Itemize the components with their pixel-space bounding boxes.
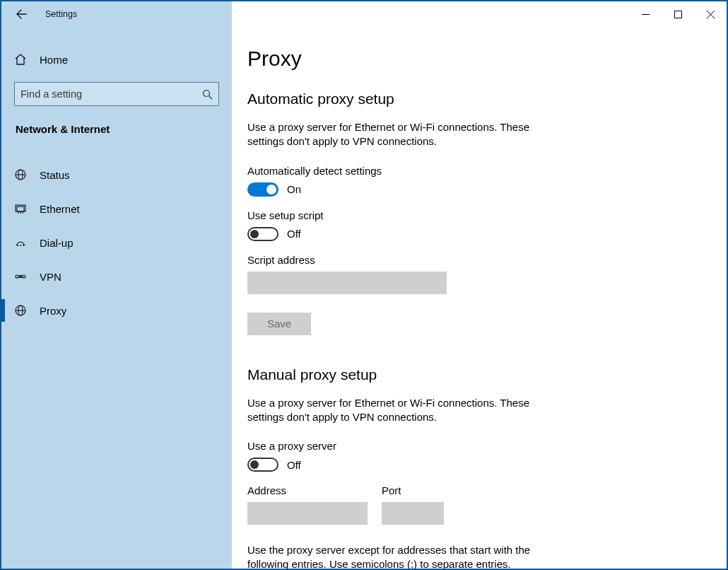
setup-script-state: Off — [287, 228, 301, 240]
manual-section-heading: Manual proxy setup — [247, 366, 711, 383]
dialup-icon — [14, 236, 33, 249]
page-title: Proxy — [247, 47, 711, 71]
globe-icon — [14, 304, 33, 317]
sidebar-item-ethernet[interactable]: Ethernet — [14, 192, 219, 226]
setup-script-toggle[interactable] — [247, 227, 278, 241]
back-button[interactable] — [16, 8, 33, 20]
window-controls — [232, 1, 727, 27]
minimize-icon — [642, 11, 650, 18]
svg-line-3 — [707, 11, 715, 18]
svg-rect-10 — [17, 207, 24, 211]
svg-point-14 — [17, 245, 18, 246]
address-label: Address — [247, 484, 368, 496]
svg-rect-1 — [674, 11, 681, 18]
home-label: Home — [40, 54, 68, 66]
minimize-button[interactable] — [629, 1, 662, 27]
sidebar-item-label: Status — [40, 169, 70, 181]
script-address-input[interactable] — [247, 272, 447, 294]
maximize-button[interactable] — [662, 1, 694, 27]
use-proxy-label: Use a proxy server — [247, 440, 711, 452]
search-input[interactable]: Find a setting — [14, 82, 219, 106]
sidebar-item-vpn[interactable]: VPN — [14, 260, 219, 293]
category-heading: Network & Internet — [16, 123, 219, 135]
use-proxy-toggle[interactable] — [247, 458, 278, 472]
body: Home Find a setting Network & Internet S… — [1, 27, 727, 569]
auto-detect-toggle[interactable] — [247, 182, 278, 197]
vpn-icon — [14, 270, 33, 283]
sidebar-item-label: Proxy — [40, 305, 66, 317]
search-placeholder: Find a setting — [20, 88, 82, 100]
search-icon — [202, 89, 213, 100]
maximize-icon — [674, 11, 682, 18]
svg-line-2 — [707, 11, 715, 18]
automatic-section-heading: Automatic proxy setup — [247, 91, 711, 107]
manual-description: Use a proxy server for Ethernet or Wi-Fi… — [247, 396, 558, 425]
svg-line-5 — [209, 95, 213, 99]
close-button[interactable] — [694, 1, 727, 27]
nav-list: Status Ethernet Dial-up — [14, 158, 219, 327]
ethernet-icon — [14, 202, 33, 215]
sidebar-item-dialup[interactable]: Dial-up — [14, 226, 219, 260]
port-label: Port — [382, 484, 444, 496]
titlebar-left: Settings — [1, 1, 232, 27]
port-input[interactable] — [382, 502, 444, 525]
use-proxy-state: Off — [287, 459, 301, 471]
setup-script-label: Use setup script — [247, 209, 711, 221]
svg-point-15 — [20, 245, 21, 246]
svg-point-4 — [204, 90, 210, 96]
svg-point-16 — [23, 245, 24, 246]
auto-detect-label: Automatically detect settings — [247, 165, 711, 177]
globe-icon — [14, 168, 33, 181]
settings-window: Settings Home Find a setting — [0, 0, 728, 570]
sidebar-item-label: Dial-up — [40, 237, 74, 249]
titlebar: Settings — [1, 1, 727, 27]
sidebar-item-proxy[interactable]: Proxy — [14, 293, 219, 327]
exceptions-description: Use the proxy server except for addresse… — [247, 543, 558, 569]
script-address-label: Script address — [247, 254, 711, 266]
home-button[interactable]: Home — [14, 45, 219, 74]
sidebar: Home Find a setting Network & Internet S… — [1, 27, 232, 569]
automatic-description: Use a proxy server for Ethernet or Wi-Fi… — [247, 120, 558, 149]
auto-detect-state: On — [287, 183, 301, 195]
sidebar-item-status[interactable]: Status — [14, 158, 219, 192]
svg-point-17 — [16, 275, 18, 278]
close-icon — [707, 11, 715, 18]
home-icon — [14, 53, 33, 66]
sidebar-item-label: VPN — [40, 271, 61, 283]
arrow-left-icon — [16, 8, 27, 20]
content: Proxy Automatic proxy setup Use a proxy … — [232, 27, 727, 569]
window-title: Settings — [45, 9, 77, 19]
address-input[interactable] — [247, 502, 368, 525]
sidebar-item-label: Ethernet — [40, 203, 80, 215]
save-button[interactable]: Save — [247, 313, 311, 335]
svg-point-18 — [23, 275, 25, 278]
